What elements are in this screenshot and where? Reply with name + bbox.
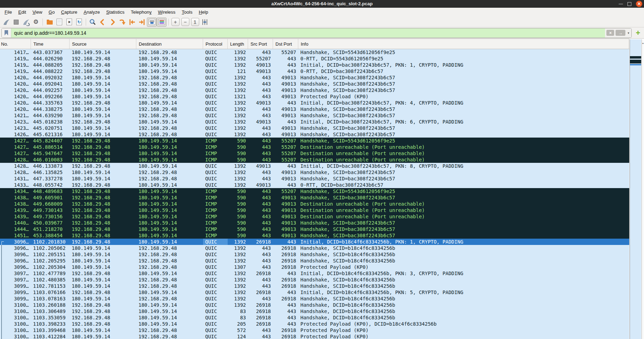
menu-file[interactable]: File [1,8,15,17]
packet-row[interactable]: 1420…444.338275180.149.59.14192.168.29.4… [0,106,629,112]
column-header-destination[interactable]: Destination [136,39,203,49]
menu-tools[interactable]: Tools [178,8,195,17]
menu-edit[interactable]: Edit [15,8,29,17]
packet-row[interactable]: 1419…444.026290192.168.29.48180.149.59.1… [0,55,629,62]
packet-row[interactable]: 1428…446.133873192.168.29.48180.149.59.1… [0,163,629,169]
packet-row[interactable]: 1420…444.092041180.149.59.14192.168.29.4… [0,81,629,87]
scrollbar-up-icon[interactable]: ▲ [642,42,644,44]
go-back-button[interactable] [98,18,108,27]
go-to-packet-button[interactable] [117,18,127,27]
packet-row[interactable]: 3100…1103.399468180.149.59.14192.168.29.… [0,327,629,333]
colorize-button[interactable] [157,18,167,27]
zoom-out-button[interactable]: − [180,18,190,27]
maximize-icon[interactable] [627,2,631,6]
packet-row[interactable]: 3100…1103.353059192.168.29.48180.149.59.… [0,314,629,321]
minimize-icon[interactable]: — [619,2,623,6]
filter-add-button[interactable]: + [633,28,643,38]
filter-clear-button[interactable]: × [606,30,614,36]
filter-dropdown-icon[interactable]: ▾ [627,31,630,35]
menu-analyze[interactable]: Analyze [80,8,103,17]
packet-row[interactable]: 1431…447.337278180.149.59.14192.168.29.4… [0,175,629,182]
menu-go[interactable]: Go [45,8,58,17]
column-header-dstport[interactable]: Dst Port [273,39,298,49]
display-filter-input[interactable]: quic and ip.addr==180.149.59.14 [11,28,605,38]
packet-row[interactable]: 1420…444.092257180.149.59.14192.168.29.4… [0,87,629,93]
auto-scroll-button[interactable] [147,18,157,27]
column-header-protocol[interactable]: Protocol [203,39,228,49]
packet-row[interactable]: 1419…444.088205192.168.29.48180.149.59.1… [0,62,629,68]
close-file-button[interactable]: × [64,18,74,27]
packet-row[interactable]: 1444…451.218270192.168.29.48180.149.59.1… [0,226,629,232]
filter-bookmark-button[interactable] [2,28,11,38]
intelligent-scrollbar-minimap[interactable] [630,39,641,339]
menu-statistics[interactable]: Statistics [103,8,128,17]
packet-row[interactable]: 1421…444.639290180.149.59.14192.168.29.4… [0,112,629,119]
packet-row[interactable]: 1438…449.605901192.168.29.48180.149.59.1… [0,194,629,201]
column-header-time[interactable]: Time [31,39,70,49]
column-header-length[interactable]: Length [228,39,248,49]
packet-row[interactable]: 1439…449.730143192.168.29.48180.149.59.1… [0,207,629,213]
packet-row[interactable]: 1423…445.020751180.149.59.14192.168.29.4… [0,125,629,131]
packet-row[interactable]: 1434…448.489683192.168.29.48180.149.59.1… [0,188,629,194]
menu-telephony[interactable]: Telephony [128,8,155,17]
packet-row[interactable]: 3099…1103.076166192.168.29.48180.149.59.… [0,289,629,295]
packet-row[interactable]: 1439…449.730156192.168.29.48180.149.59.1… [0,213,629,220]
last-packet-button[interactable] [137,18,147,27]
packet-row[interactable]: 1428…446.010083192.168.29.48180.149.59.1… [0,157,629,163]
packet-row[interactable]: 3096…1102.205295180.149.59.14192.168.29.… [0,258,629,264]
packet-row[interactable]: 1420…444.092266180.149.59.14192.168.29.4… [0,93,629,100]
packet-row[interactable]: 1427…445.947647192.168.29.48180.149.59.1… [0,150,629,157]
stop-capture-button[interactable] [11,18,21,27]
restart-capture-button[interactable] [21,18,31,27]
column-header-info[interactable]: Info [298,39,629,49]
go-forward-button[interactable] [108,18,117,27]
menu-help[interactable]: Help [196,8,212,17]
packet-row[interactable]: 1427…445.886514192.168.29.48180.149.59.1… [0,144,629,150]
find-packet-button[interactable] [88,18,98,27]
packet-row[interactable]: 3096…1102.205304180.149.59.14192.168.29.… [0,264,629,270]
cell-dstport: 49013 [273,131,298,138]
packet-row[interactable]: 1438…449.668009192.168.29.48180.149.59.1… [0,201,629,207]
packet-row[interactable]: 3097…1102.477789192.168.29.48180.149.59.… [0,270,629,277]
filter-apply-button[interactable]: → [616,30,625,36]
packet-row[interactable]: 1419…444.088222192.168.29.48180.149.59.1… [0,68,629,74]
packet-row[interactable]: 3096…1102.205151180.149.59.14192.168.29.… [0,251,629,258]
packet-row[interactable]: 3099…1103.078163180.149.59.14192.168.29.… [0,295,629,302]
column-header-srcport[interactable]: Src Port [248,39,273,49]
title-bar[interactable]: aXwCrtAo4Wc_64-256-64-inc_quic_slot-2.pc… [0,0,644,8]
menu-capture[interactable]: Capture [58,8,80,17]
reload-file-button[interactable]: ↻ [74,18,84,27]
first-packet-button[interactable] [127,18,137,27]
menu-wireless[interactable]: Wireless [155,8,179,17]
close-icon[interactable]: ✕ [636,1,642,7]
vertical-scrollbar[interactable]: ▲ [642,39,644,339]
packet-row[interactable]: 3099…1102.781153180.149.59.14192.168.29.… [0,283,629,289]
packet-row[interactable]: 3097…1102.480385180.149.59.14192.168.29.… [0,277,629,283]
resize-columns-button[interactable] [200,18,210,27]
column-header-source[interactable]: Source [70,39,136,49]
packet-row[interactable]: 3096…1102.205062180.149.59.14192.168.29.… [0,245,629,251]
packet-row[interactable]: 1428…446.135825180.149.59.14192.168.29.4… [0,169,629,175]
capture-options-button[interactable]: ⚙ [31,18,41,27]
packet-row[interactable]: 3100…1103.412284180.149.59.14192.168.29.… [0,333,629,339]
packet-row[interactable]: 3096…1102.201830192.168.29.48180.149.59.… [0,239,629,245]
menu-view[interactable]: View [29,8,45,17]
packet-row[interactable]: 1420…444.092032180.149.59.14192.168.29.4… [0,74,629,81]
packet-row[interactable]: 1427…445.824407192.168.29.48180.149.59.1… [0,138,629,144]
packet-row[interactable]: 1426…445.621316180.149.59.14192.168.29.4… [0,131,629,138]
packet-row[interactable]: 3100…1103.398233192.168.29.48180.149.59.… [0,321,629,327]
start-capture-button[interactable] [1,18,11,27]
open-file-button[interactable] [45,18,54,27]
packet-row[interactable]: 1433…448.055742192.168.29.48180.149.59.1… [0,182,629,188]
save-file-button[interactable] [54,18,64,27]
zoom-in-button[interactable]: + [170,18,180,27]
packet-row[interactable]: 3100…1103.306489192.168.29.48180.149.59.… [0,308,629,314]
column-header-no[interactable]: No. [0,39,31,49]
packet-row[interactable]: 1451…453.388454192.168.29.48180.149.59.1… [0,232,629,239]
packet-row[interactable]: 1440…450.039677192.168.29.48180.149.59.1… [0,220,629,226]
zoom-100-button[interactable]: 1 [190,18,200,27]
packet-row[interactable]: 3100…1103.260188192.168.29.48180.149.59.… [0,302,629,308]
packet-row[interactable]: 1423…445.018238192.168.29.48180.149.59.1… [0,119,629,125]
packet-row[interactable]: 1417…443.037367180.149.59.14192.168.29.4… [0,49,629,55]
packet-row[interactable]: 1420…444.335763192.168.29.48180.149.59.1… [0,100,629,106]
